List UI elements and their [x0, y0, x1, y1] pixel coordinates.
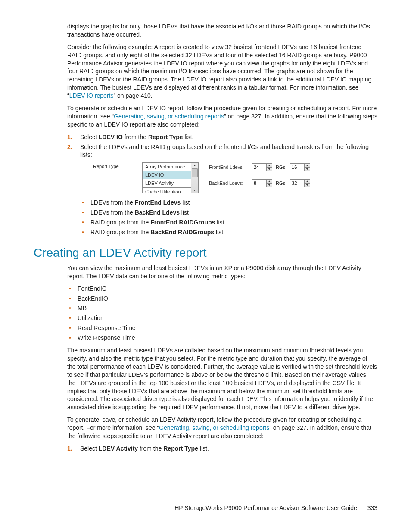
list-item: Read Response Time: [67, 324, 377, 332]
step-1: 1. Select LDEV IO from the Report Type l…: [67, 133, 377, 141]
spinner-up-icon[interactable]: ▲: [305, 180, 310, 183]
text: RAID groups from the: [90, 219, 150, 226]
backend-ldevs-spinner[interactable]: ▲▼: [252, 179, 272, 187]
list-item: Utilization: [67, 314, 377, 322]
spinner-down-icon[interactable]: ▼: [305, 167, 310, 171]
step-number: 2.: [67, 143, 72, 151]
spinner-up-icon[interactable]: ▲: [267, 164, 272, 167]
text: LDEVs from the: [90, 199, 135, 206]
text: ” on page 410.: [113, 92, 152, 99]
step-number: 1.: [67, 445, 72, 453]
link-generating-reports[interactable]: Generating, saving, or scheduling report…: [114, 113, 224, 120]
listbox-option[interactable]: LDEV Activity: [143, 179, 191, 187]
scroll-down-icon[interactable]: ▼: [191, 188, 198, 193]
text: from the: [138, 445, 163, 452]
paragraph: Consider the following example: A report…: [67, 43, 377, 100]
text: list.: [198, 445, 209, 452]
paragraph: You can view the maximum and least busie…: [67, 264, 377, 280]
backend-rgs-spinner[interactable]: ▲▼: [290, 179, 310, 187]
section-heading: Creating an LDEV Activity report: [34, 246, 377, 260]
link-generating-reports[interactable]: Generating, saving, or scheduling report…: [159, 424, 269, 431]
bold: FrontEnd Ldevs: [135, 199, 181, 206]
list-item: LDEVs from the BackEnd Ldevs list: [80, 208, 377, 217]
frontend-ldevs-spinner[interactable]: ▲▼: [252, 163, 272, 171]
bold: LDEV Activity: [99, 445, 138, 452]
listbox-option-selected[interactable]: LDEV IO: [143, 171, 191, 179]
bold: Report Type: [148, 134, 183, 140]
list-item: LDEVs from the FrontEnd Ldevs list: [80, 199, 377, 207]
text: Consider the following example: A report…: [67, 44, 371, 99]
text: list: [214, 229, 223, 236]
report-type-label: Report Type: [93, 162, 132, 170]
list-item: RAID groups from the BackEnd RAIDGroups …: [80, 228, 377, 236]
text: Select: [80, 445, 99, 452]
rgs-label: RGs:: [276, 164, 286, 171]
scroll-up-icon[interactable]: ▲: [191, 163, 198, 168]
paragraph: displays the graphs for only those LDEVs…: [67, 22, 377, 39]
link-ldev-io-reports[interactable]: LDEV IO reports: [69, 92, 114, 99]
report-type-listbox[interactable]: Array Performance LDEV IO LDEV Activity …: [142, 162, 199, 193]
spinner-up-icon[interactable]: ▲: [267, 180, 272, 183]
text: Select: [80, 134, 99, 140]
text: list: [215, 219, 224, 226]
list-item: MB: [67, 304, 377, 312]
page-number: 333: [367, 504, 377, 511]
text: list: [181, 199, 190, 206]
backend-rgs-input[interactable]: [290, 179, 305, 187]
list-item: Write Response Time: [67, 334, 377, 342]
frontend-ldevs-input[interactable]: [252, 163, 267, 171]
text: from the: [123, 134, 148, 140]
footer-title: HP StorageWorks P9000 Performance Adviso…: [174, 504, 357, 511]
step-number: 1.: [67, 133, 72, 141]
frontend-ldevs-label: FrontEnd Ldevs:: [209, 164, 249, 171]
spinner-down-icon[interactable]: ▼: [305, 183, 310, 187]
step-1: 1. Select LDEV Activity from the Report …: [67, 445, 377, 453]
bold: LDEV IO: [99, 134, 123, 140]
rgs-label: RGs:: [276, 180, 286, 187]
scroll-thumb[interactable]: [192, 168, 198, 177]
bold: BackEnd Ldevs: [135, 209, 180, 216]
text: RAID groups from the: [90, 229, 150, 236]
frontend-rgs-input[interactable]: [290, 163, 305, 171]
page-footer: HP StorageWorks P9000 Performance Adviso…: [174, 504, 377, 511]
text: Select the LDEVs and the RAID groups bas…: [80, 143, 369, 159]
list-item: FontEndIO: [67, 285, 377, 293]
text: list.: [183, 134, 194, 140]
frontend-rgs-spinner[interactable]: ▲▼: [290, 163, 310, 171]
backend-ldevs-input[interactable]: [252, 179, 267, 187]
paragraph: To generate, save, or schedule an LDEV A…: [67, 416, 377, 440]
text: list: [180, 209, 189, 216]
listbox-option[interactable]: Array Performance: [143, 163, 191, 171]
backend-ldevs-label: BackEnd Ldevs:: [209, 180, 249, 187]
paragraph: The maximum and least busiest LDEVs are …: [67, 346, 377, 411]
spinner-down-icon[interactable]: ▼: [267, 183, 272, 187]
listbox-option[interactable]: Cache Utilization: [143, 187, 191, 193]
spinner-up-icon[interactable]: ▲: [305, 164, 310, 167]
bold: BackEnd RAIDGroups: [150, 229, 214, 236]
bold: FrontEnd RAIDGroups: [150, 219, 215, 226]
embedded-ui-screenshot: Report Type Array Performance LDEV IO LD…: [93, 162, 377, 193]
text: LDEVs from the: [90, 209, 135, 216]
bold: Report Type: [163, 445, 198, 452]
step-2: 2. Select the LDEVs and the RAID groups …: [67, 143, 377, 236]
paragraph: To generate or schedule an LDEV IO repor…: [67, 104, 377, 129]
spinner-down-icon[interactable]: ▼: [267, 167, 272, 171]
scrollbar[interactable]: ▲ ▼: [191, 162, 199, 193]
list-item: BackEndIO: [67, 295, 377, 303]
list-item: RAID groups from the FrontEnd RAIDGroups…: [80, 218, 377, 227]
